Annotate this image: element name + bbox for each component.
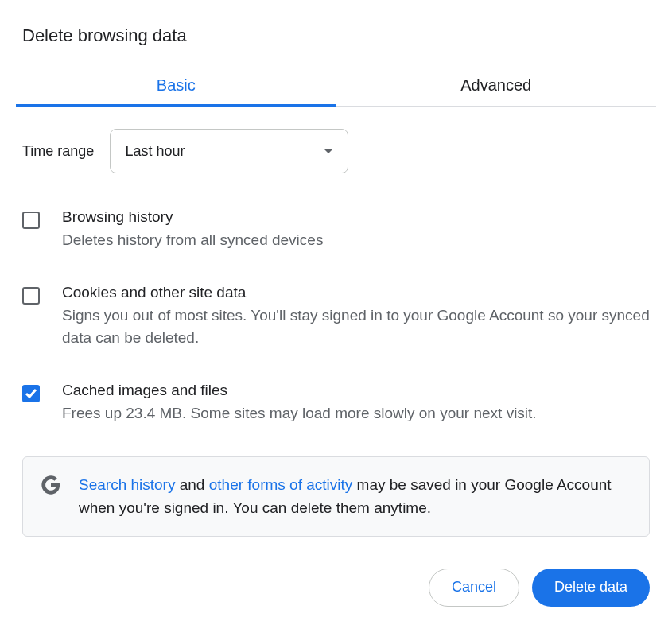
time-range-select[interactable]: Last hour [110, 129, 348, 173]
info-text-mid: and [175, 476, 208, 493]
checkbox-browsing-history[interactable] [22, 212, 40, 229]
option-title: Cached images and files [62, 382, 650, 399]
chevron-down-icon [324, 149, 333, 153]
option-cookies: Cookies and other site data Signs you ou… [22, 284, 650, 350]
delete-data-button[interactable]: Delete data [532, 569, 650, 607]
checkbox-cached[interactable] [22, 385, 40, 402]
dialog-title: Delete browsing data [22, 25, 656, 46]
cancel-button[interactable]: Cancel [429, 569, 519, 607]
option-desc: Signs you out of most sites. You'll stay… [62, 305, 650, 350]
tab-basic[interactable]: Basic [16, 65, 336, 106]
tabs-bar: Basic Advanced [16, 65, 656, 107]
checkbox-cookies[interactable] [22, 287, 40, 305]
button-row: Cancel Delete data [16, 569, 650, 607]
info-text: Search history and other forms of activi… [79, 473, 631, 520]
link-other-activity[interactable]: other forms of activity [209, 476, 353, 493]
option-cached: Cached images and files Frees up 23.4 MB… [22, 382, 650, 425]
option-desc: Deletes history from all synced devices [62, 229, 650, 252]
time-range-label: Time range [22, 143, 94, 160]
option-desc: Frees up 23.4 MB. Some sites may load mo… [62, 402, 650, 425]
google-icon [41, 475, 61, 495]
tab-advanced[interactable]: Advanced [336, 65, 657, 106]
option-title: Browsing history [62, 208, 650, 226]
link-search-history[interactable]: Search history [79, 476, 175, 493]
time-range-row: Time range Last hour [22, 129, 656, 173]
option-title: Cookies and other site data [62, 284, 650, 301]
time-range-value: Last hour [125, 143, 185, 160]
info-panel: Search history and other forms of activi… [22, 456, 650, 537]
option-browsing-history: Browsing history Deletes history from al… [22, 208, 650, 252]
